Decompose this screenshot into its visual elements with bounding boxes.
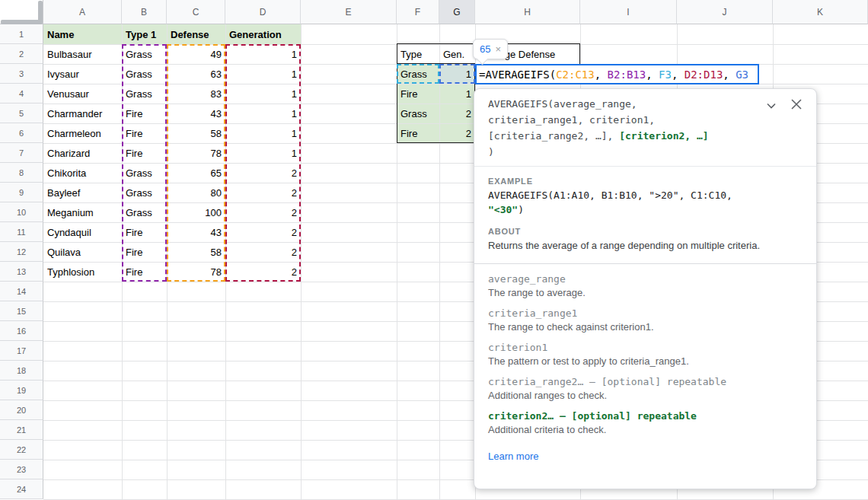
cell-A5[interactable]: Charmander	[43, 104, 122, 123]
learn-more-link[interactable]: Learn more	[488, 451, 538, 462]
cell-D4[interactable]: 1	[225, 84, 301, 104]
cell-B13[interactable]: Fire	[122, 262, 167, 282]
cell-A6[interactable]: Charmeleon	[43, 123, 122, 143]
row-header-21[interactable]: 21	[0, 420, 43, 440]
column-header-B[interactable]: B	[122, 0, 167, 24]
cell-F5[interactable]: Grass	[397, 104, 439, 123]
cell-G3[interactable]: 1	[439, 64, 475, 84]
cell-C9[interactable]: 80	[167, 183, 225, 202]
frozen-row-handle[interactable]	[1, 20, 43, 24]
row-header-17[interactable]: 17	[0, 341, 43, 361]
row-header-19[interactable]: 19	[0, 381, 43, 400]
cell-B6[interactable]: Fire	[122, 123, 167, 143]
cell-D12[interactable]: 2	[225, 242, 301, 262]
cell-A7[interactable]: Charizard	[43, 143, 122, 163]
tooltip-close-icon[interactable]: ×	[495, 43, 501, 55]
column-header-D[interactable]: D	[225, 0, 301, 24]
column-header-J[interactable]: J	[677, 0, 773, 24]
cell-F2[interactable]: Type	[397, 44, 439, 64]
cell-C3[interactable]: 63	[167, 64, 225, 84]
cell-B11[interactable]: Fire	[122, 222, 167, 242]
cell-D5[interactable]: 1	[225, 104, 301, 123]
row-header-16[interactable]: 16	[0, 321, 43, 341]
cell-D3[interactable]: 1	[225, 64, 301, 84]
cell-D7[interactable]: 1	[225, 143, 301, 163]
row-header-4[interactable]: 4	[0, 84, 43, 104]
row-header-20[interactable]: 20	[0, 400, 43, 420]
row-header-24[interactable]: 24	[0, 479, 43, 499]
cell-F6[interactable]: Fire	[397, 123, 439, 143]
cell-C7[interactable]: 78	[167, 143, 225, 163]
cell-A2[interactable]: Bulbasaur	[43, 44, 122, 64]
row-header-9[interactable]: 9	[0, 183, 43, 202]
cell-F4[interactable]: Fire	[397, 84, 439, 104]
row-header-5[interactable]: 5	[0, 104, 43, 123]
cell-F3[interactable]: Grass	[397, 64, 439, 84]
row-header-18[interactable]: 18	[0, 361, 43, 381]
cell-C5[interactable]: 43	[167, 104, 225, 123]
cell-G4[interactable]: 1	[439, 84, 475, 104]
column-header-A[interactable]: A	[43, 0, 122, 24]
column-header-H[interactable]: H	[475, 0, 580, 24]
column-header-I[interactable]: I	[580, 0, 677, 24]
cell-C12[interactable]: 58	[167, 242, 225, 262]
cell-C2[interactable]: 49	[167, 44, 225, 64]
cell-D11[interactable]: 2	[225, 222, 301, 242]
cell-C6[interactable]: 58	[167, 123, 225, 143]
cell-B12[interactable]: Fire	[122, 242, 167, 262]
row-header-14[interactable]: 14	[0, 282, 43, 301]
cell-C8[interactable]: 65	[167, 163, 225, 183]
cell-C4[interactable]: 83	[167, 84, 225, 104]
cell-D13[interactable]: 2	[225, 262, 301, 282]
cell-G2[interactable]: Gen.	[439, 44, 475, 64]
cell-D6[interactable]: 1	[225, 123, 301, 143]
cell-B8[interactable]: Grass	[122, 163, 167, 183]
column-header-F[interactable]: F	[397, 0, 439, 24]
cell-D2[interactable]: 1	[225, 44, 301, 64]
cell-C1[interactable]: Defense	[167, 24, 225, 44]
cell-B7[interactable]: Fire	[122, 143, 167, 163]
row-header-6[interactable]: 6	[0, 123, 43, 143]
column-header-C[interactable]: C	[167, 0, 225, 24]
cell-A12[interactable]: Quilava	[43, 242, 122, 262]
row-header-10[interactable]: 10	[0, 202, 43, 222]
cell-D9[interactable]: 2	[225, 183, 301, 202]
cell-A1[interactable]: Name	[43, 24, 122, 44]
row-header-7[interactable]: 7	[0, 143, 43, 163]
cell-B1[interactable]: Type 1	[122, 24, 167, 44]
row-header-12[interactable]: 12	[0, 242, 43, 262]
cell-B10[interactable]: Grass	[122, 202, 167, 222]
cell-D10[interactable]: 2	[225, 202, 301, 222]
cell-B9[interactable]: Grass	[122, 183, 167, 202]
column-header-G[interactable]: G	[439, 0, 475, 24]
collapse-chevron-icon[interactable]	[766, 100, 777, 111]
cell-A4[interactable]: Venusaur	[43, 84, 122, 104]
cell-A3[interactable]: Ivysaur	[43, 64, 122, 84]
cell-G5[interactable]: 2	[439, 104, 475, 123]
cell-B4[interactable]: Grass	[122, 84, 167, 104]
row-header-2[interactable]: 2	[0, 44, 43, 64]
column-header-K[interactable]: K	[773, 0, 868, 24]
cell-A9[interactable]: Bayleef	[43, 183, 122, 202]
cell-B3[interactable]: Grass	[122, 64, 167, 84]
close-icon[interactable]	[790, 98, 803, 110]
cell-D1[interactable]: Generation	[225, 24, 301, 44]
cell-C11[interactable]: 43	[167, 222, 225, 242]
column-header-E[interactable]: E	[301, 0, 397, 24]
cell-A11[interactable]: Cyndaquil	[43, 222, 122, 242]
row-header-3[interactable]: 3	[0, 64, 43, 84]
row-header-13[interactable]: 13	[0, 262, 43, 282]
row-header-1[interactable]: 1	[0, 24, 43, 44]
cell-B2[interactable]: Grass	[122, 44, 167, 64]
cell-B5[interactable]: Fire	[122, 104, 167, 123]
cell-A8[interactable]: Chikorita	[43, 163, 122, 183]
cell-C13[interactable]: 78	[167, 262, 225, 282]
row-header-22[interactable]: 22	[0, 440, 43, 460]
row-header-23[interactable]: 23	[0, 460, 43, 479]
cell-G6[interactable]: 2	[439, 123, 475, 143]
cell-D8[interactable]: 2	[225, 163, 301, 183]
cell-A10[interactable]: Meganium	[43, 202, 122, 222]
row-header-15[interactable]: 15	[0, 301, 43, 321]
row-header-11[interactable]: 11	[0, 222, 43, 242]
cell-C10[interactable]: 100	[167, 202, 225, 222]
